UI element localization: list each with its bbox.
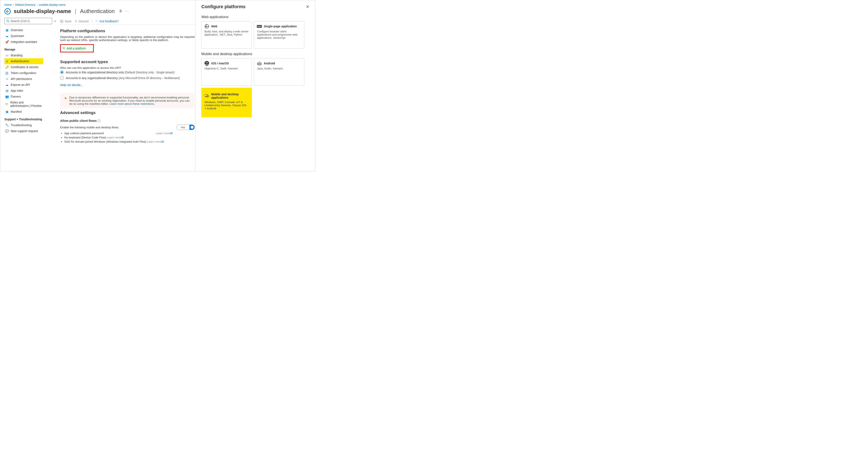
svg-line-1 bbox=[8, 22, 9, 23]
owners-icon: 👥 bbox=[5, 95, 9, 98]
sidebar-item-manifest[interactable]: ▣Manifest bbox=[4, 109, 43, 115]
flyout-title: Configure platforms bbox=[202, 4, 246, 9]
platform-description: Depending on the platform or device this… bbox=[60, 35, 195, 42]
branding-icon: ▭ bbox=[5, 54, 9, 57]
sidebar-item-app-roles[interactable]: ▤App roles bbox=[4, 88, 43, 94]
sidebar-item-roles-admins[interactable]: 🛡Roles and administrators | Preview bbox=[4, 99, 43, 109]
apple-icon: iOSmacOS bbox=[205, 61, 209, 66]
sidebar-section-manage: Manage bbox=[4, 48, 43, 51]
flyout-section-mobile: Mobile and desktop applications bbox=[202, 52, 309, 56]
radio-icon bbox=[60, 76, 64, 80]
learn-more-link[interactable]: Learn more⧉ bbox=[107, 136, 124, 139]
heart-icon: ♡ bbox=[95, 20, 98, 23]
search-input[interactable]: Search (Ctrl+/) bbox=[4, 18, 52, 24]
platform-card-ios[interactable]: iOSmacOSiOS / macOS Objective-C, Swift, … bbox=[202, 58, 252, 86]
radio-icon bbox=[60, 70, 64, 74]
wrench-icon: 🔧 bbox=[5, 123, 9, 127]
warning-icon: ▲ bbox=[64, 96, 67, 106]
platform-card-spa[interactable]: wwwSingle-page application Configure bro… bbox=[254, 21, 304, 49]
platform-card-web[interactable]: Web Build, host, and deploy a web server… bbox=[202, 21, 252, 49]
more-icon[interactable]: ··· bbox=[125, 10, 129, 13]
roles-icon: ▤ bbox=[5, 89, 9, 92]
feedback-button[interactable]: ♡Got feedback? bbox=[95, 20, 119, 23]
auth-icon: ➲ bbox=[5, 60, 9, 63]
flows-description: Enable the following mobile and desktop … bbox=[60, 126, 119, 129]
sidebar-item-owners[interactable]: 👥Owners bbox=[4, 94, 43, 99]
sidebar: Search (Ctrl+/) « ▦Overview ☁Quickstart … bbox=[0, 18, 56, 168]
warning-banner: ▲ Due to temporary differences in suppor… bbox=[60, 93, 195, 108]
close-button[interactable]: ✕ bbox=[306, 4, 309, 9]
pin-icon[interactable] bbox=[119, 10, 122, 13]
sidebar-item-api-permissions[interactable]: ⊸API permissions bbox=[4, 76, 43, 82]
sidebar-item-quickstart[interactable]: ☁Quickstart bbox=[4, 33, 43, 39]
add-platform-button[interactable]: + Add a platform bbox=[60, 44, 94, 52]
desktop-icon bbox=[205, 94, 209, 98]
configure-platforms-panel: Configure platforms ✕ Web applications W… bbox=[195, 0, 315, 171]
crumb-home[interactable]: Home bbox=[4, 3, 12, 6]
admin-icon: 🛡 bbox=[5, 102, 8, 106]
support-icon: 💬 bbox=[5, 129, 9, 133]
flow-item: SSO for domain-joined Windows (Windows I… bbox=[64, 140, 199, 144]
plus-icon: + bbox=[63, 46, 65, 51]
learn-more-link[interactable]: Learn more⧉ bbox=[156, 132, 173, 135]
www-icon: www bbox=[257, 24, 262, 29]
sidebar-item-token-config[interactable]: ∥∥Token configuration bbox=[4, 70, 43, 76]
android-icon: 🤖 bbox=[257, 61, 262, 66]
api-perm-icon: ⊸ bbox=[5, 77, 9, 81]
sidebar-item-overview[interactable]: ▦Overview bbox=[4, 27, 43, 33]
sidebar-item-expose-api[interactable]: ☁Expose an API bbox=[4, 82, 43, 88]
save-button[interactable]: Save bbox=[60, 20, 71, 23]
token-icon: ∥∥ bbox=[5, 71, 9, 75]
external-icon: ⧉ bbox=[122, 136, 124, 139]
help-me-decide-link[interactable]: Help me decide... bbox=[60, 83, 83, 87]
crumb-directory[interactable]: Default Directory bbox=[15, 3, 35, 6]
key-icon: 🔑 bbox=[5, 65, 9, 69]
sidebar-item-troubleshooting[interactable]: 🔧Troubleshooting bbox=[4, 122, 43, 128]
collapse-icon[interactable]: « bbox=[54, 19, 56, 23]
svg-point-0 bbox=[7, 20, 9, 22]
external-icon: ⧉ bbox=[170, 132, 173, 135]
account-types-question: Who can use this application or access t… bbox=[60, 66, 195, 69]
flow-item: No keyboard (Device Code Flow) Learn mor… bbox=[64, 136, 199, 140]
app-registration-icon bbox=[4, 8, 11, 14]
chevron-icon: › bbox=[13, 3, 14, 6]
flows-list: App collects plaintext password Learn mo… bbox=[64, 131, 199, 144]
platform-card-android[interactable]: 🤖Android Java, Kotlin, Xamarin bbox=[254, 58, 304, 86]
rocket-icon: 🚀 bbox=[5, 40, 9, 43]
platform-card-desktop[interactable]: Mobile and desktop applications Windows,… bbox=[202, 88, 252, 117]
page-title: suitable-display-name bbox=[14, 8, 71, 14]
page-subtitle: Authentication bbox=[80, 8, 115, 14]
sidebar-item-integration[interactable]: 🚀Integration assistant bbox=[4, 39, 43, 45]
overview-icon: ▦ bbox=[5, 28, 9, 32]
flow-item: App collects plaintext password Learn mo… bbox=[64, 131, 199, 136]
sidebar-item-authentication[interactable]: ➲Authentication bbox=[4, 58, 43, 64]
external-icon: ⧉ bbox=[162, 140, 164, 143]
flyout-section-web: Web applications bbox=[202, 15, 309, 19]
globe-icon bbox=[205, 24, 209, 29]
chevron-icon: › bbox=[37, 3, 38, 6]
learn-more-link[interactable]: Learn more⧉ bbox=[147, 140, 164, 143]
sidebar-item-branding[interactable]: ▭Branding bbox=[4, 52, 43, 58]
discard-button[interactable]: ✕Discard bbox=[75, 20, 89, 23]
crumb-app[interactable]: suitable-display-name bbox=[39, 3, 65, 6]
close-icon: ✕ bbox=[75, 20, 78, 23]
sidebar-item-support-request[interactable]: 💬New support request bbox=[4, 128, 43, 134]
expose-icon: ☁ bbox=[5, 83, 9, 86]
manifest-icon: ▣ bbox=[5, 110, 9, 113]
info-icon[interactable]: ⓘ bbox=[97, 119, 101, 122]
public-client-toggle[interactable]: Yes bbox=[176, 124, 195, 130]
warning-learn-more-link[interactable]: Learn more about these restrictions. bbox=[109, 102, 155, 106]
cloud-icon: ☁ bbox=[5, 34, 9, 38]
sidebar-item-certificates[interactable]: 🔑Certificates & secrets bbox=[4, 64, 43, 70]
sidebar-section-support: Support + Troubleshooting bbox=[4, 118, 43, 121]
